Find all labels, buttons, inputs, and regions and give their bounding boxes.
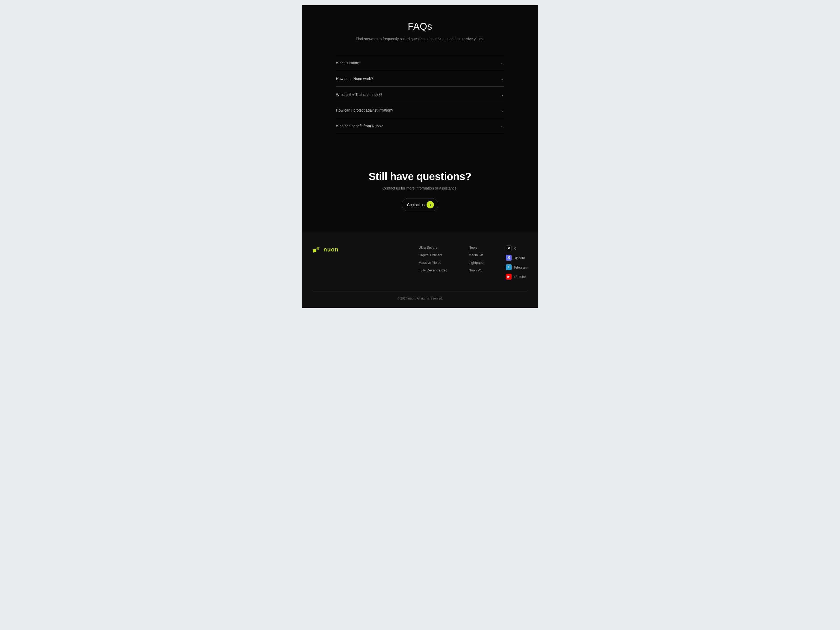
footer-main: nuon Ultra Secure Capital Efficient Mass… <box>313 245 527 279</box>
footer: nuon Ultra Secure Capital Efficient Mass… <box>302 232 538 308</box>
footer-col-2: News Media Kit Lightpaper Nuon V1 <box>469 245 485 279</box>
footer-link-ultra-secure[interactable]: Ultra Secure <box>419 245 448 249</box>
footer-link-massive-yields[interactable]: Massive Yields <box>419 261 448 265</box>
faq-title: FAQs <box>408 21 432 32</box>
faq-section: FAQs Find answers to frequently asked qu… <box>302 5 538 155</box>
footer-link-fully-decentralized[interactable]: Fully Decentralized <box>419 268 448 272</box>
x-icon: ✕ <box>506 245 512 251</box>
youtube-icon: ▶ <box>506 274 512 279</box>
footer-link-media-kit[interactable]: Media Kit <box>469 253 485 257</box>
faq-question-1: What is Nuon? <box>336 61 360 65</box>
faq-item-5[interactable]: Who can benefit from Nuon? ⌄ <box>336 118 504 134</box>
footer-col-1: Ultra Secure Capital Efficient Massive Y… <box>419 245 448 279</box>
chevron-down-icon-4: ⌄ <box>501 107 504 113</box>
discord-icon: ⌘ <box>506 255 512 261</box>
faq-subtitle: Find answers to frequently asked questio… <box>356 36 484 42</box>
social-label-telegram: Telegram <box>514 265 527 269</box>
footer-link-nuon-v1[interactable]: Nuon V1 <box>469 268 485 272</box>
chevron-down-icon-3: ⌄ <box>501 92 504 97</box>
questions-subtitle: Contact us for more information or assis… <box>382 186 458 190</box>
social-label-x: X <box>514 246 516 250</box>
social-item-telegram[interactable]: ✈ Telegram <box>506 264 527 270</box>
faq-question-4: How can I protect against inflation? <box>336 108 393 112</box>
faq-item-1[interactable]: What is Nuon? ⌄ <box>336 55 504 71</box>
contact-us-label: Contact us <box>407 203 425 207</box>
footer-logo-text: nuon <box>324 246 339 253</box>
faq-question-2: How does Nuon work? <box>336 77 373 81</box>
questions-title: Still have questions? <box>369 171 471 182</box>
footer-copyright: © 2024 nuon. All rights reserved. <box>313 297 527 300</box>
faq-item-4[interactable]: How can I protect against inflation? ⌄ <box>336 102 504 118</box>
page-wrapper: FAQs Find answers to frequently asked qu… <box>302 5 538 308</box>
faq-item-3[interactable]: What is the Truflation index? ⌄ <box>336 86 504 102</box>
footer-divider <box>313 290 527 291</box>
footer-link-news[interactable]: News <box>469 245 485 249</box>
social-item-x[interactable]: ✕ X <box>506 245 527 251</box>
social-label-discord: Discord <box>514 256 525 260</box>
chevron-down-icon-2: ⌄ <box>501 76 504 81</box>
arrow-right-icon: › <box>426 201 434 208</box>
faq-question-3: What is the Truflation index? <box>336 92 382 96</box>
faq-question-5: Who can benefit from Nuon? <box>336 124 383 128</box>
svg-rect-1 <box>316 247 319 250</box>
footer-link-lightpaper[interactable]: Lightpaper <box>469 261 485 265</box>
chevron-down-icon-5: ⌄ <box>501 123 504 128</box>
faq-item-2[interactable]: How does Nuon work? ⌄ <box>336 71 504 86</box>
footer-social-col: ✕ X ⌘ Discord ✈ Telegram ▶ Youtube <box>506 245 527 279</box>
social-label-youtube: Youtube <box>514 275 526 279</box>
svg-rect-0 <box>313 249 317 253</box>
telegram-icon: ✈ <box>506 264 512 270</box>
social-item-youtube[interactable]: ▶ Youtube <box>506 274 527 279</box>
questions-section: Still have questions? Contact us for mor… <box>302 155 538 232</box>
footer-logo: nuon <box>313 245 339 254</box>
contact-us-button[interactable]: Contact us › <box>402 198 439 211</box>
social-item-discord[interactable]: ⌘ Discord <box>506 255 527 261</box>
footer-links: Ultra Secure Capital Efficient Massive Y… <box>419 245 527 279</box>
footer-link-capital-efficient[interactable]: Capital Efficient <box>419 253 448 257</box>
nuon-logo-icon <box>313 245 321 254</box>
chevron-down-icon-1: ⌄ <box>501 60 504 65</box>
faq-list: What is Nuon? ⌄ How does Nuon work? ⌄ Wh… <box>336 55 504 134</box>
